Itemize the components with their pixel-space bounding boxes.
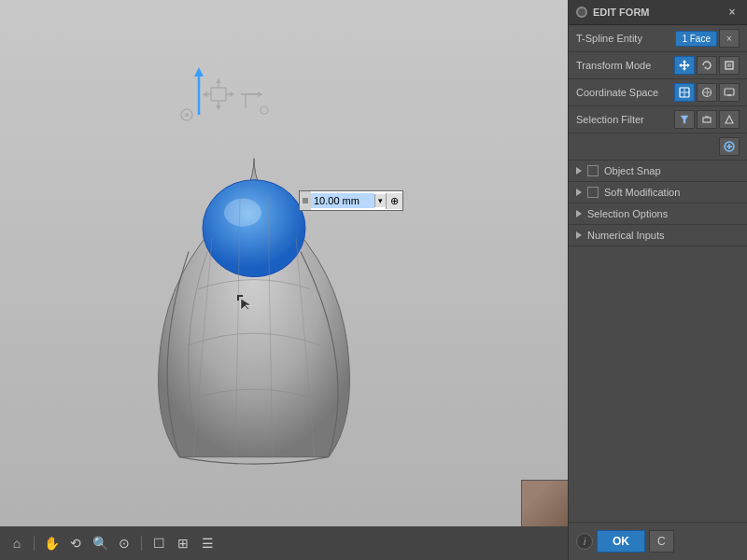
pan-icon[interactable]: ✋ (42, 534, 61, 553)
panel-header: EDIT FORM × (569, 0, 747, 25)
numerical-inputs-section[interactable]: Numerical Inputs (569, 225, 747, 246)
object-snap-section[interactable]: Object Snap (569, 161, 747, 182)
fit-icon[interactable]: ⊙ (115, 534, 134, 553)
dimension-input[interactable]: 10.00 mm ▾ ⊕ (299, 190, 403, 211)
coord-world-icon[interactable] (697, 83, 717, 102)
svg-marker-6 (216, 78, 221, 83)
selection-filter-controls (674, 110, 740, 129)
svg-rect-4 (211, 88, 226, 101)
coord-label: Coordinate Space (576, 87, 674, 98)
filter-extra-icon[interactable] (719, 137, 740, 156)
transform-move-icon[interactable] (674, 56, 695, 75)
unit-dropdown[interactable]: ▾ (374, 194, 386, 207)
separator (34, 536, 35, 551)
coord-controls (674, 83, 740, 102)
dimension-value[interactable]: 10.00 mm (311, 193, 374, 208)
soft-mod-checkbox[interactable] (587, 187, 599, 198)
separator2 (141, 536, 142, 551)
ok-button[interactable]: OK (597, 530, 645, 553)
svg-marker-26 (704, 66, 707, 69)
thumbnail-image (522, 481, 568, 526)
svg-rect-28 (727, 63, 731, 67)
soft-mod-label: Soft Modification (604, 187, 680, 198)
info-button[interactable]: i (576, 533, 593, 550)
numerical-inputs-arrow (576, 231, 582, 239)
3d-model (105, 103, 403, 497)
svg-marker-24 (679, 63, 682, 67)
bottom-toolbar: ⌂ ✋ ⟲ 🔍 ⊙ ☐ ⊞ ☰ (0, 526, 568, 560)
svg-marker-40 (726, 116, 733, 123)
filter-icon1[interactable] (674, 110, 695, 129)
svg-rect-34 (725, 89, 734, 95)
settings-icon[interactable]: ☰ (198, 534, 217, 553)
spacer (569, 246, 747, 522)
display-icon[interactable]: ☐ (149, 534, 168, 553)
tspline-row: T-Spline Entity 1 Face × (569, 25, 747, 52)
panel-icon (576, 7, 587, 18)
transform-gizmo[interactable] (166, 63, 278, 138)
panel-title: EDIT FORM (593, 7, 650, 18)
svg-rect-37 (703, 118, 711, 122)
close-button[interactable]: × (725, 5, 740, 20)
edit-form-panel: EDIT FORM × T-Spline Entity 1 Face × Tra… (568, 0, 747, 560)
soft-mod-arrow (576, 189, 582, 196)
coord-row: Coordinate Space (569, 79, 747, 106)
svg-marker-8 (216, 105, 221, 110)
svg-point-0 (203, 180, 305, 277)
selection-options-arrow (576, 210, 582, 217)
svg-point-14 (185, 113, 189, 117)
selection-filter-label: Selection Filter (576, 114, 674, 125)
svg-marker-3 (194, 67, 204, 77)
numerical-inputs-label: Numerical Inputs (587, 230, 665, 241)
svg-point-18 (261, 106, 268, 114)
svg-marker-25 (687, 63, 690, 67)
filter-extra-controls (719, 137, 740, 156)
object-snap-checkbox[interactable] (587, 165, 599, 176)
filter-icon2[interactable] (697, 110, 717, 129)
filter-icon3[interactable] (719, 110, 740, 129)
transform-label: Transform Mode (576, 60, 674, 71)
zoom-icon[interactable]: 🔍 (91, 534, 109, 553)
svg-marker-12 (230, 91, 234, 97)
tspline-label: T-Spline Entity (576, 33, 675, 44)
transform-controls (674, 56, 740, 75)
home-icon[interactable]: ⌂ (7, 534, 26, 553)
grid-icon[interactable]: ⊞ (174, 534, 192, 553)
selection-options-section[interactable]: Selection Options (569, 203, 747, 225)
expand-button[interactable]: ⊕ (386, 193, 402, 209)
svg-point-1 (224, 199, 261, 227)
viewport: 10.00 mm ▾ ⊕ ⌂ ✋ ⟲ 🔍 ⊙ ☐ ⊞ ☰ (0, 0, 568, 560)
panel-buttons: i OK C (569, 522, 747, 560)
transform-scale-icon[interactable] (719, 56, 740, 75)
viewport-thumbnail[interactable] (521, 480, 568, 526)
svg-marker-36 (681, 116, 688, 123)
svg-marker-23 (683, 68, 686, 71)
coord-screen-icon[interactable] (719, 83, 740, 102)
transform-row: Transform Mode (569, 52, 747, 79)
svg-marker-22 (683, 60, 686, 63)
orbit-icon[interactable]: ⟲ (66, 534, 85, 553)
selection-filter-row: Selection Filter (569, 106, 747, 133)
tspline-close-icon[interactable]: × (719, 29, 740, 48)
filter-extra-row (569, 133, 747, 161)
object-snap-label: Object Snap (604, 165, 661, 176)
tspline-controls: 1 Face × (675, 29, 740, 48)
selection-options-label: Selection Options (587, 208, 668, 219)
svg-point-19 (578, 8, 585, 16)
cancel-button[interactable]: C (649, 530, 674, 553)
coord-local-icon[interactable] (674, 83, 695, 102)
svg-marker-10 (203, 91, 207, 97)
object-snap-arrow (576, 167, 582, 175)
face-button[interactable]: 1 Face (675, 31, 717, 47)
soft-modification-section[interactable]: Soft Modification (569, 182, 747, 203)
svg-marker-16 (258, 91, 263, 97)
transform-rotate-icon[interactable] (697, 56, 717, 75)
